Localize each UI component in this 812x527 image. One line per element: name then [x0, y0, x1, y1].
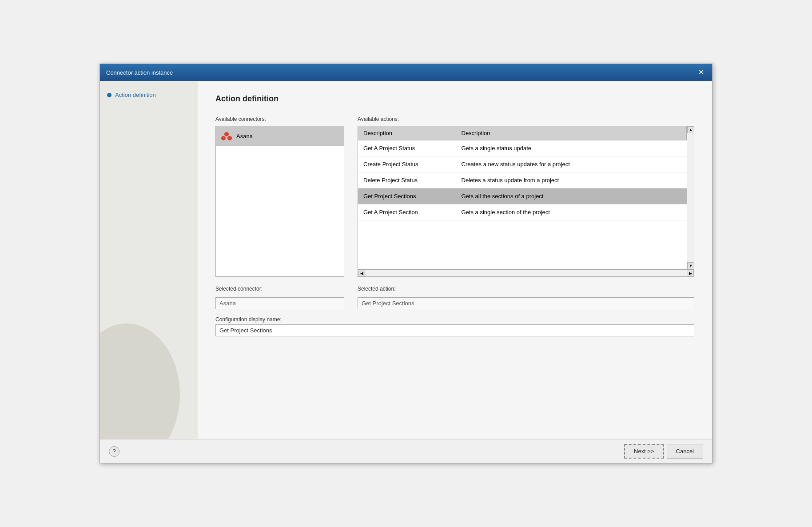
action-desc: Creates a new status updates for a proje… [456, 156, 687, 172]
cancel-button[interactable]: Cancel [667, 444, 703, 459]
selected-connector-input [215, 297, 344, 309]
dialog-window: Connector action instance ✕ Action defin… [100, 64, 712, 463]
col-header-name: Description [358, 126, 456, 140]
action-name: Get A Project Status [358, 140, 456, 156]
action-name: Get Project Sections [358, 188, 456, 204]
sidebar-dot [107, 93, 111, 97]
actions-table-container: Description Description Get A Project St… [358, 126, 694, 277]
page-title: Action definition [215, 94, 694, 104]
selected-connector-group: Selected connector: [215, 286, 344, 309]
table-row[interactable]: Delete Project Status Deletes a status u… [358, 172, 687, 188]
selected-action-input [358, 297, 694, 309]
connector-item-asana[interactable]: Asana [216, 126, 344, 146]
scroll-right-button[interactable]: ▶ [687, 270, 694, 277]
actions-column: Available actions: Description Descripti… [358, 116, 694, 277]
available-connectors-label: Available connectors: [215, 116, 344, 122]
scroll-down-button[interactable]: ▼ [687, 262, 694, 269]
selected-action-group: Selected action: [358, 286, 694, 309]
table-wrapper: Description Description Get A Project St… [358, 126, 694, 269]
footer-buttons: Next >> Cancel [624, 444, 703, 459]
window-title: Connector action instance [106, 69, 173, 76]
table-row[interactable]: Get Project Sections Gets all the sectio… [358, 188, 687, 204]
sidebar: Action definition [100, 81, 198, 439]
col-header-desc: Description [456, 126, 687, 140]
svg-point-1 [224, 132, 229, 136]
table-row[interactable]: Get A Project Status Gets a single statu… [358, 140, 687, 156]
main-content: Action definition Available connectors: [198, 81, 712, 439]
action-desc: Gets all the sections of a project [456, 188, 687, 204]
scroll-up-button[interactable]: ▲ [687, 126, 694, 133]
vertical-scrollbar[interactable]: ▲ ▼ [687, 126, 694, 269]
action-desc: Gets a single section of the project [456, 204, 687, 220]
svg-point-3 [227, 136, 232, 140]
selected-connector-label: Selected connector: [215, 286, 344, 292]
action-desc: Gets a single status update [456, 140, 687, 156]
connectors-column: Available connectors: As [215, 116, 344, 277]
horizontal-scrollbar[interactable]: ◀ ▶ [358, 269, 694, 276]
action-desc: Deletes a status update from a project [456, 172, 687, 188]
close-button[interactable]: ✕ [696, 68, 706, 77]
config-display-name-label: Configuration display name: [215, 316, 694, 323]
selected-fields-row: Selected connector: Selected action: [215, 286, 694, 309]
help-button[interactable]: ? [109, 446, 119, 457]
svg-point-2 [221, 136, 226, 140]
scroll-left-button[interactable]: ◀ [358, 270, 365, 277]
next-button[interactable]: Next >> [624, 444, 664, 459]
dialog-body: Action definition Action definition Avai… [100, 81, 712, 439]
selected-action-label: Selected action: [358, 286, 694, 292]
action-name: Delete Project Status [358, 172, 456, 188]
sidebar-item-label: Action definition [115, 92, 156, 98]
actions-table: Description Description Get A Project St… [358, 126, 687, 220]
dialog-footer: ? Next >> Cancel [100, 439, 712, 463]
available-actions-label: Available actions: [358, 116, 694, 122]
two-column-layout: Available connectors: As [215, 116, 694, 277]
table-scroll-area[interactable]: Description Description Get A Project St… [358, 126, 687, 269]
action-name: Get A Project Section [358, 204, 456, 220]
connectors-list[interactable]: Asana [215, 126, 344, 277]
table-row[interactable]: Get A Project Section Gets a single sect… [358, 204, 687, 220]
config-display-name-input[interactable] [215, 324, 694, 336]
sidebar-item-action-definition[interactable]: Action definition [107, 90, 191, 100]
scroll-track [687, 133, 694, 262]
svg-point-0 [100, 323, 180, 439]
table-row[interactable]: Create Project Status Creates a new stat… [358, 156, 687, 172]
asana-icon [220, 130, 233, 142]
config-name-group: Configuration display name: [215, 316, 694, 336]
title-bar: Connector action instance ✕ [100, 64, 712, 81]
action-name: Create Project Status [358, 156, 456, 172]
connector-name-asana: Asana [236, 133, 253, 140]
